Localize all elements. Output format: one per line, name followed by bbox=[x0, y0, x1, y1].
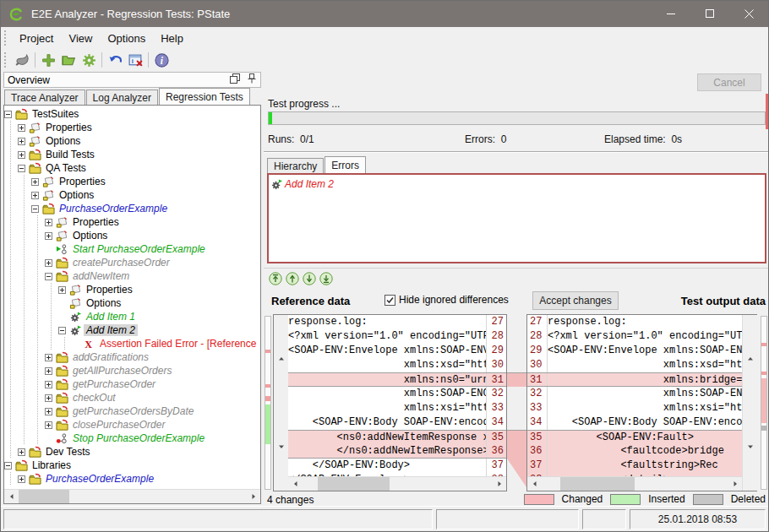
expander-cell[interactable] bbox=[45, 394, 56, 402]
menu-item-options[interactable]: Options bbox=[100, 29, 153, 48]
first-difference-button[interactable] bbox=[269, 272, 282, 285]
scroll-down-icon[interactable] bbox=[274, 403, 288, 491]
scroll-left-icon[interactable] bbox=[4, 490, 19, 503]
tree-item[interactable]: Add Item 1 bbox=[4, 310, 260, 323]
expander-cell[interactable] bbox=[18, 448, 29, 456]
cancel-button[interactable]: Cancel bbox=[697, 73, 761, 91]
expand-icon[interactable] bbox=[45, 232, 52, 240]
collapse-icon[interactable] bbox=[4, 111, 12, 118]
expander-cell[interactable] bbox=[58, 327, 69, 334]
menu-item-help[interactable]: Help bbox=[153, 29, 191, 48]
scroll-left-icon[interactable] bbox=[527, 477, 542, 491]
tree-item[interactable]: addGratifications bbox=[4, 350, 260, 364]
tree-horizontal-scrollbar[interactable] bbox=[4, 489, 260, 503]
expand-icon[interactable] bbox=[45, 394, 52, 402]
open-folder-icon[interactable] bbox=[58, 51, 79, 69]
scroll-up-icon[interactable] bbox=[274, 315, 288, 403]
expander-cell[interactable] bbox=[45, 354, 56, 361]
accept-changes-button[interactable]: Accept changes bbox=[532, 291, 619, 310]
tree-item[interactable]: getAllPurchaseOrders bbox=[4, 364, 260, 377]
checkbox-icon[interactable] bbox=[384, 295, 395, 306]
tab-hierarchy[interactable]: Hierarchy bbox=[267, 158, 324, 173]
tree-item[interactable]: TestSuites bbox=[4, 107, 260, 121]
output-vertical-scrollbar[interactable] bbox=[742, 315, 756, 491]
minimize-button[interactable] bbox=[652, 1, 690, 27]
run-disabled-icon[interactable] bbox=[12, 51, 32, 69]
expand-icon[interactable] bbox=[45, 354, 52, 361]
diff-line[interactable]: 34 <SOAP-ENV:Body SOAP-ENV:encodin bbox=[527, 415, 742, 430]
tree-item[interactable]: Libraries bbox=[4, 459, 260, 472]
collapse-icon[interactable] bbox=[31, 205, 39, 213]
tree-item[interactable]: Options bbox=[4, 188, 260, 202]
expander-cell[interactable] bbox=[31, 205, 42, 213]
tree-item[interactable]: Options bbox=[4, 296, 260, 310]
expand-icon[interactable] bbox=[31, 192, 39, 199]
scroll-left-icon[interactable] bbox=[288, 477, 303, 491]
tree-item[interactable]: createPurchaseOrder bbox=[4, 256, 260, 269]
expander-cell[interactable] bbox=[18, 151, 29, 159]
expander-cell[interactable] bbox=[45, 421, 56, 429]
hide-ignored-differences-checkbox[interactable]: Hide ignored differences bbox=[384, 294, 509, 306]
diff-line[interactable]: 30 xmlns:xsd="http: bbox=[527, 358, 742, 372]
collapse-icon[interactable] bbox=[4, 462, 12, 470]
expander-cell[interactable] bbox=[45, 367, 56, 375]
expand-icon[interactable] bbox=[31, 178, 39, 186]
diff-line[interactable]: 32 xmlns:SOAP-ENC=" bbox=[527, 387, 742, 401]
tree-item[interactable]: Properties bbox=[4, 121, 260, 134]
diff-line[interactable]: 28<?xml version="1.0" encoding="UTF-8"?> bbox=[527, 329, 742, 344]
menu-item-view[interactable]: View bbox=[61, 29, 100, 48]
expander-cell[interactable] bbox=[4, 462, 15, 470]
log-window-error-icon[interactable]: i bbox=[125, 51, 145, 69]
tree-item[interactable]: getPurchaseOrdersByDate bbox=[4, 404, 260, 418]
diff-line[interactable]: 29<SOAP-ENV:Envelope xmlns:SOAP-ENV="htt… bbox=[527, 344, 742, 358]
add-icon[interactable] bbox=[38, 51, 58, 69]
tree-item[interactable]: Properties bbox=[4, 283, 260, 296]
tab-trace-analyzer[interactable]: Trace Analyzer bbox=[4, 90, 85, 105]
diff-line[interactable]: xmlns:xsi="http:33 bbox=[288, 401, 506, 415]
menu-grip[interactable] bbox=[4, 30, 8, 46]
tree-item[interactable]: Start PurchaseOrderExample bbox=[4, 242, 260, 256]
expand-icon[interactable] bbox=[45, 408, 52, 415]
tree-item[interactable]: PurchaseOrderExample bbox=[4, 202, 260, 215]
expand-icon[interactable] bbox=[45, 367, 52, 375]
expander-cell[interactable] bbox=[18, 124, 29, 132]
menu-item-project[interactable]: Project bbox=[12, 29, 61, 48]
expander-cell[interactable] bbox=[45, 273, 56, 280]
info-icon[interactable]: i bbox=[151, 51, 172, 69]
expander-cell[interactable] bbox=[31, 178, 42, 186]
tree-item[interactable]: Properties bbox=[4, 215, 260, 229]
diff-line[interactable]: 35 <SOAP-ENV:Fault> bbox=[527, 430, 742, 444]
tree-item[interactable]: Build Tests bbox=[4, 148, 260, 161]
diff-line[interactable]: 27response.log: bbox=[527, 315, 742, 329]
collapse-icon[interactable] bbox=[18, 165, 25, 172]
error-list-item[interactable]: Add Item 2 bbox=[270, 177, 763, 191]
expander-cell[interactable] bbox=[4, 111, 15, 118]
diff-line[interactable]: <?xml version="1.0" encoding="UTF-8"?>28 bbox=[288, 329, 506, 344]
expand-icon[interactable] bbox=[18, 475, 25, 483]
expander-cell[interactable] bbox=[45, 232, 56, 240]
expander-cell[interactable] bbox=[45, 381, 56, 388]
scroll-right-icon[interactable] bbox=[246, 490, 260, 503]
float-window-icon[interactable] bbox=[230, 73, 240, 86]
close-button[interactable] bbox=[729, 1, 768, 27]
expander-cell[interactable] bbox=[45, 259, 56, 267]
tree-item[interactable]: Stop PurchaseOrderExample bbox=[4, 432, 260, 445]
tree-item[interactable]: getPurchaseOrder bbox=[4, 377, 260, 391]
right-overview-ruler[interactable] bbox=[761, 316, 767, 490]
tree-item[interactable]: XAssertion Failed Error - [Reference bbox=[4, 337, 260, 350]
expander-cell[interactable] bbox=[18, 138, 29, 145]
tree-item[interactable]: Add Item 2 bbox=[4, 323, 260, 337]
expand-icon[interactable] bbox=[58, 286, 66, 294]
expander-cell[interactable] bbox=[45, 219, 56, 226]
expand-icon[interactable] bbox=[45, 219, 52, 226]
diff-line[interactable]: response.log:27 bbox=[288, 315, 506, 329]
maximize-button[interactable] bbox=[690, 1, 729, 27]
tree-item[interactable]: PurchaseOrderExample bbox=[4, 472, 260, 486]
collapse-icon[interactable] bbox=[58, 327, 66, 334]
diff-line[interactable]: </ns0:addNewItemResponse>36 bbox=[288, 444, 506, 459]
diff-line[interactable]: </SOAP-ENV:Body>37 bbox=[288, 459, 506, 473]
expander-cell[interactable] bbox=[18, 475, 29, 483]
collapse-icon[interactable] bbox=[45, 273, 52, 280]
scroll-right-icon[interactable] bbox=[728, 477, 742, 491]
diff-line[interactable]: <SOAP-ENV:Body SOAP-ENV:encodin34 bbox=[288, 415, 506, 430]
